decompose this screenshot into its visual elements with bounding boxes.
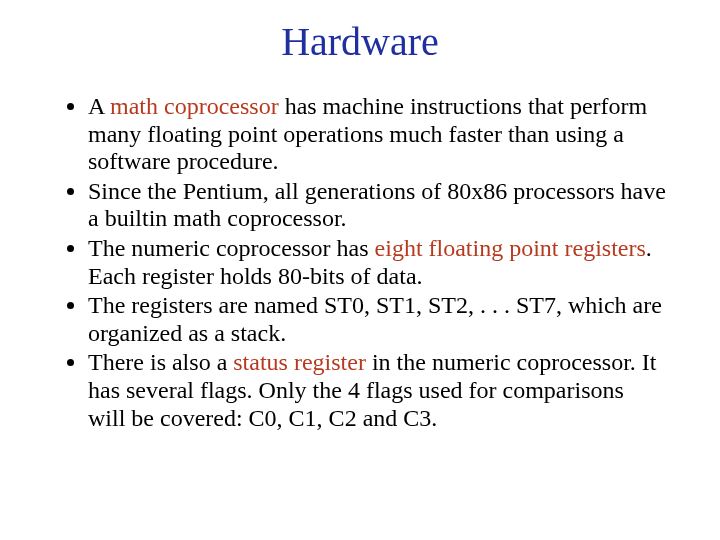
highlight-text: status register [233, 349, 366, 375]
list-item: The numeric coprocessor has eight floati… [88, 235, 670, 290]
text-pre: There is also a [88, 349, 233, 375]
slide: Hardware A math coprocessor has machine … [0, 0, 720, 540]
list-item: A math coprocessor has machine instructi… [88, 93, 670, 176]
text-pre: The numeric coprocessor has [88, 235, 375, 261]
highlight-text: eight floating point registers [375, 235, 646, 261]
text-pre: Since the Pentium, all generations of 80… [88, 178, 666, 232]
list-item: There is also a status register in the n… [88, 349, 670, 432]
text-pre: A [88, 93, 110, 119]
slide-title: Hardware [50, 18, 670, 65]
list-item: The registers are named ST0, ST1, ST2, .… [88, 292, 670, 347]
bullet-list: A math coprocessor has machine instructi… [50, 93, 670, 432]
text-pre: The registers are named ST0, ST1, ST2, .… [88, 292, 662, 346]
highlight-text: math coprocessor [110, 93, 279, 119]
list-item: Since the Pentium, all generations of 80… [88, 178, 670, 233]
